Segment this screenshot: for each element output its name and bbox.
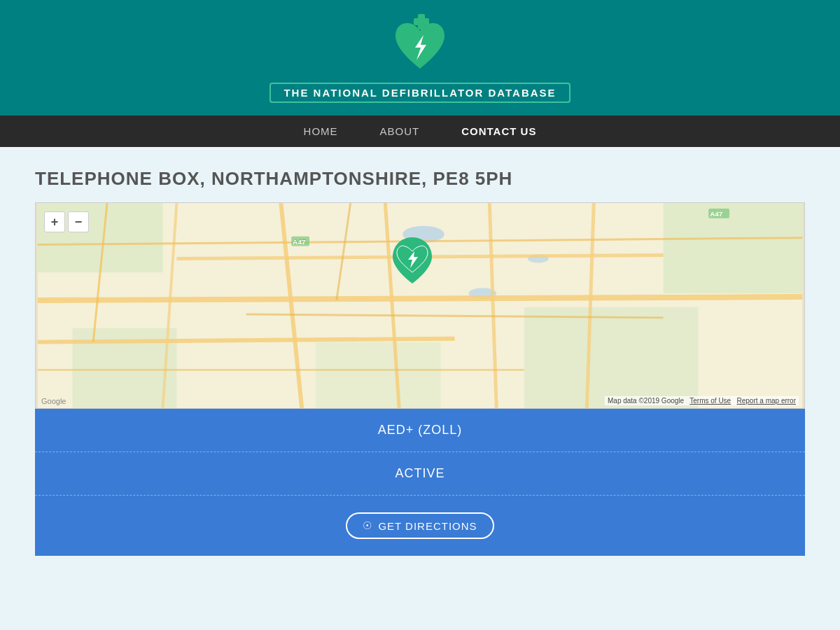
site-header: THE NATIONAL DEFIBRILLATOR DATABASE	[0, 0, 840, 115]
nav-home[interactable]: HOME	[304, 125, 338, 137]
nav-contact[interactable]: CONTACT US	[461, 125, 536, 137]
device-type-label: AED+ (ZOLL)	[378, 423, 463, 437]
main-content: TELEPHONE BOX, NORTHAMPTONSHIRE, PE8 5PH	[0, 147, 840, 556]
directions-row: ☉ GET DIRECTIONS	[35, 496, 805, 556]
svg-rect-4	[664, 203, 803, 293]
device-type-row: AED+ (ZOLL)	[35, 409, 805, 452]
map-pin	[391, 236, 433, 285]
status-row: ACTIVE	[35, 452, 805, 496]
zoom-out-button[interactable]: −	[68, 211, 89, 232]
svg-text:A47: A47	[293, 238, 306, 246]
map-google-logo: Google	[41, 397, 66, 405]
map-attribution: Map data ©2019 Google Terms of Use Repor…	[605, 396, 799, 405]
map-container[interactable]: A47 A47 A47 M1 A14 A1(M) A6115 A605 A43	[35, 202, 805, 409]
info-panel: AED+ (ZOLL) ACTIVE ☉ GET DIRECTIONS	[35, 409, 805, 556]
svg-rect-1	[414, 18, 429, 25]
map-data-text: Map data ©2019 Google	[608, 397, 684, 405]
svg-rect-5	[524, 307, 698, 408]
page-title: TELEPHONE BOX, NORTHAMPTONSHIRE, PE8 5PH	[35, 168, 805, 190]
site-logo-icon	[388, 13, 451, 76]
map-controls: + −	[44, 211, 89, 232]
svg-line-11	[38, 297, 803, 300]
map-terms-link[interactable]: Terms of Use	[690, 397, 731, 405]
map-svg: A47 A47 A47 M1 A14 A1(M) A6115 A605 A43	[36, 203, 804, 408]
site-title: THE NATIONAL DEFIBRILLATOR DATABASE	[270, 83, 570, 103]
footer	[0, 556, 840, 570]
zoom-in-button[interactable]: +	[44, 211, 65, 232]
logo-container: THE NATIONAL DEFIBRILLATOR DATABASE	[270, 13, 570, 103]
nav-about[interactable]: ABOUT	[380, 125, 420, 137]
directions-icon: ☉	[363, 519, 372, 532]
svg-rect-7	[316, 342, 441, 408]
status-label: ACTIVE	[395, 466, 444, 480]
main-nav: HOME ABOUT CONTACT US	[0, 115, 840, 147]
get-directions-button[interactable]: ☉ GET DIRECTIONS	[346, 512, 493, 539]
directions-label: GET DIRECTIONS	[378, 520, 477, 532]
map-report-link[interactable]: Report a map error	[737, 397, 796, 405]
svg-text:A47: A47	[710, 210, 723, 218]
